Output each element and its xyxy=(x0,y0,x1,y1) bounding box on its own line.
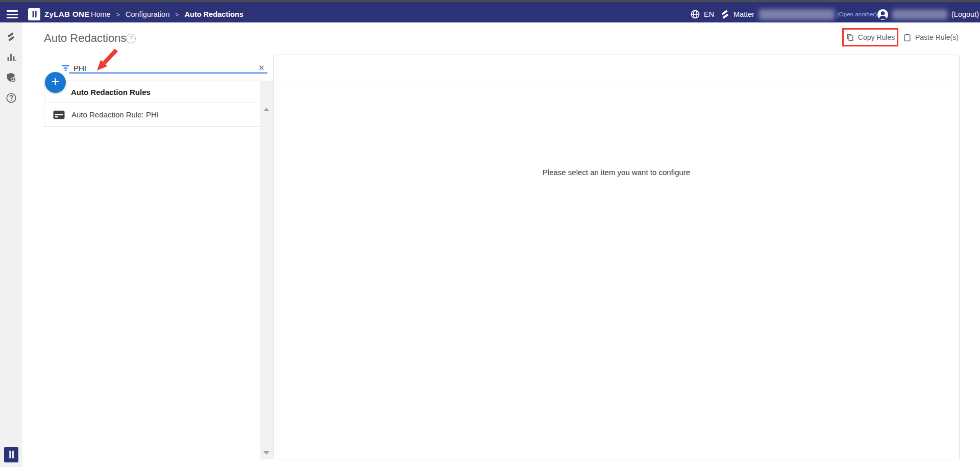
clear-filter-icon[interactable]: ✕ xyxy=(258,63,265,72)
rules-list-panel: Auto Redaction Rules Auto Redaction Rule… xyxy=(44,81,260,127)
open-another-link[interactable]: (Open another) xyxy=(837,4,877,24)
breadcrumb-configuration[interactable]: Configuration xyxy=(126,10,169,18)
breadcrumb-current: Auto Redactions xyxy=(185,10,243,18)
filter-icon xyxy=(61,64,70,72)
zylab-footer-logo: ][ xyxy=(4,447,18,462)
list-scrollbar xyxy=(260,81,273,459)
scroll-up-arrow[interactable] xyxy=(263,108,270,111)
matter-name-redacted xyxy=(759,9,835,20)
empty-state-message: Please select an item you want to config… xyxy=(274,168,959,177)
page-title: Auto Redactions xyxy=(44,32,126,45)
rules-group-header: Auto Redaction Rules xyxy=(44,81,260,103)
breadcrumb-home[interactable]: Home xyxy=(91,10,111,18)
redaction-rule-icon xyxy=(53,110,65,119)
rules-filter-input[interactable] xyxy=(74,63,252,73)
matter-icon xyxy=(720,9,731,20)
language-selector[interactable]: EN xyxy=(704,4,714,24)
add-rule-button[interactable]: + xyxy=(45,72,66,93)
globe-icon[interactable] xyxy=(690,9,700,19)
app-window: ][ ZyLAB ONE Home>Configuration>Auto Red… xyxy=(0,0,980,467)
left-sidebar: ][ xyxy=(0,22,22,467)
logout-link[interactable]: (Logout) xyxy=(951,4,979,24)
breadcrumb-separator: > xyxy=(175,11,179,18)
matter-icon[interactable] xyxy=(6,31,17,42)
list-item-auto-redaction-rule-phi[interactable]: Auto Redaction Rule: PHI xyxy=(44,103,260,127)
breadcrumb-separator: > xyxy=(116,11,120,18)
reports-icon[interactable] xyxy=(6,52,17,63)
copy-rules-button[interactable]: Copy Rules xyxy=(846,33,895,42)
configuration-panel-header xyxy=(274,55,959,83)
filter-underline xyxy=(69,72,267,73)
top-navbar: ][ ZyLAB ONE Home>Configuration>Auto Red… xyxy=(0,2,980,22)
hamburger-menu-icon[interactable] xyxy=(7,10,18,18)
paste-icon xyxy=(903,33,912,42)
paste-rules-label: Paste Rule(s) xyxy=(915,33,959,41)
copy-icon xyxy=(846,33,854,42)
brand-name: ZyLAB ONE xyxy=(44,4,90,24)
help-icon[interactable] xyxy=(6,92,17,104)
rule-item-label: Auto Redaction Rule: PHI xyxy=(71,110,159,119)
page-help-icon[interactable]: ? xyxy=(126,34,136,43)
zylab-logo: ][ xyxy=(28,8,40,20)
breadcrumb: Home>Configuration>Auto Redactions xyxy=(91,4,243,24)
paste-rules-button[interactable]: Paste Rule(s) xyxy=(903,33,959,42)
annotation-highlight-box: Copy Rules xyxy=(842,28,898,46)
username-redacted xyxy=(892,10,947,19)
admin-shield-icon[interactable] xyxy=(6,72,17,83)
configuration-panel: Please select an item you want to config… xyxy=(273,55,960,459)
scroll-down-arrow[interactable] xyxy=(263,451,270,455)
matter-label: Matter xyxy=(733,4,754,24)
user-avatar-icon[interactable] xyxy=(877,9,889,20)
copy-rules-label: Copy Rules xyxy=(858,33,895,41)
